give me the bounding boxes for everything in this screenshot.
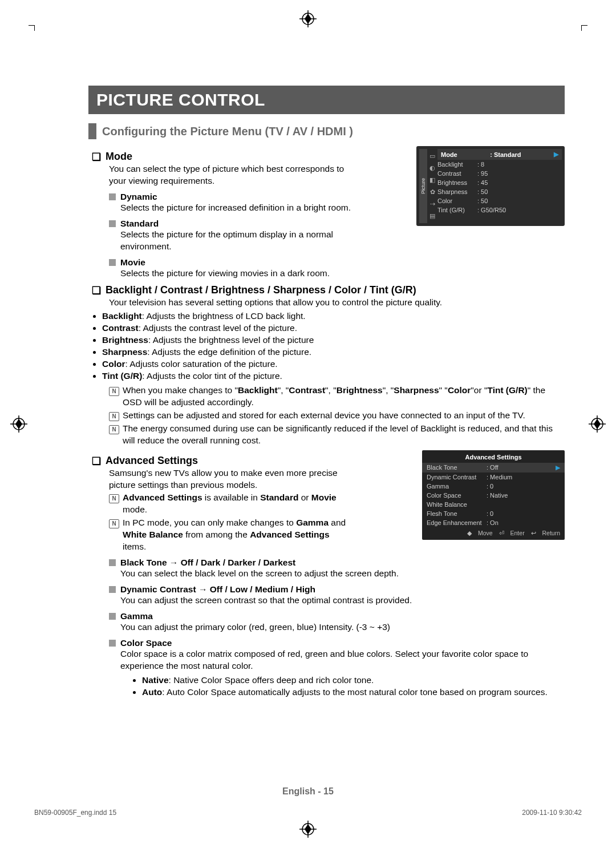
- page-footer-meta: BN59-00905F_eng.indd 15 2009-11-10 9:30:…: [34, 809, 582, 817]
- list-item: Brightness: Adjusts the brightness level…: [102, 334, 565, 346]
- osd-cell: Edge Enhancement: [427, 519, 487, 526]
- bullet-term: Native: [142, 675, 169, 685]
- list-item: Backlight: Adjusts the brightness of LCD…: [102, 310, 565, 322]
- adv-heading-text: Advanced Settings: [106, 455, 198, 467]
- osd2-row: Black Tone: Off▶: [422, 463, 565, 473]
- mode-movie-heading: Movie: [109, 257, 565, 268]
- svg-marker-7: [305, 824, 311, 834]
- bullet-desc: : Native Color Space offers deep and ric…: [169, 675, 374, 685]
- osd-cell: White Balance: [427, 501, 487, 508]
- registration-mark-left: [10, 415, 27, 433]
- bullet-term: Tint (G/R): [102, 371, 142, 381]
- cspace-heading: Color Space: [109, 638, 565, 648]
- osd-row: Sharpness: 50: [437, 187, 562, 196]
- mode-heading: ❏Mode: [92, 151, 416, 163]
- picture-icon: ▭: [429, 152, 435, 160]
- dyncon-heading: Dynamic Contrast → Off / Low / Medium / …: [109, 584, 565, 595]
- osd-cell: Sharpness: [437, 188, 477, 195]
- osd2-title: Advanced Settings: [422, 450, 565, 463]
- osd-cell: : G50/R50: [477, 207, 506, 213]
- osd-cell: Black Tone: [427, 464, 487, 471]
- bullet-term: Backlight: [102, 311, 142, 321]
- osd-cell: : 0: [487, 510, 560, 517]
- osd2-row: Flesh Tone: 0: [422, 509, 565, 518]
- osd-table: Mode : Standard ▶ Backlight: 8 Contrast:…: [437, 149, 562, 223]
- osd-cell: Dynamic Contrast: [427, 474, 487, 480]
- mode-movie-text: Selects the picture for viewing movies i…: [120, 268, 565, 280]
- osd-advanced-settings: Advanced Settings Black Tone: Off▶ Dynam…: [422, 450, 565, 540]
- blacktone-heading-text: Black Tone → Off / Dark / Darker / Darke…: [120, 558, 295, 568]
- osd-vertical-label: Picture: [419, 149, 427, 223]
- svg-marker-11: [15, 419, 22, 429]
- dyncon-text: You can adjust the screen contrast so th…: [120, 595, 565, 607]
- osd-cell: : On: [487, 519, 560, 526]
- list-item: Native: Native Color Space offers deep a…: [142, 675, 565, 687]
- enter-icon: ⏎ Enter: [499, 530, 525, 536]
- mode-dynamic-heading: Dynamic: [109, 192, 416, 202]
- list-item: Sharpness: Adjusts the edge definition o…: [102, 346, 565, 358]
- bullet-desc: : Adjusts the edge definition of the pic…: [147, 347, 311, 357]
- osd-cell: : 8: [477, 161, 484, 168]
- osd-row-mode: Mode : Standard ▶: [437, 149, 562, 160]
- adv-intro: Samsung's new TVs allow you to make even…: [109, 467, 348, 491]
- svg-marker-3: [305, 14, 311, 24]
- bullet-desc: : Adjusts the contrast level of the pict…: [139, 323, 297, 333]
- blacktone-text: You can select the black level on the sc…: [120, 568, 400, 580]
- osd2-row: Dynamic Contrast: Medium: [422, 473, 565, 482]
- mode-standard-text: Selects the picture for the optimum disp…: [120, 229, 360, 253]
- note-text: The energy consumed during use can be si…: [123, 423, 565, 447]
- osd-cell: Mode: [441, 151, 457, 158]
- osd-row: Tint (G/R): G50/R50: [437, 205, 562, 215]
- setup-icon: ✿: [430, 188, 435, 196]
- osd-picture-menu: Picture ▭ ◐ ◧ ✿ ⇢ ▤ Mode : Standard ▶: [416, 146, 565, 226]
- list-item: Tint (G/R): Adjusts the color tint of th…: [102, 370, 565, 382]
- gamma-text: You can adjust the primary color (red, g…: [120, 621, 565, 633]
- osd-cell: : Standard: [490, 151, 521, 158]
- mode-dynamic-text: Selects the picture for increased defini…: [120, 202, 371, 214]
- osd-cell: Tint (G/R): [437, 207, 477, 213]
- cspace-heading-text: Color Space: [120, 638, 172, 648]
- cspace-bullets: Native: Native Color Space offers deep a…: [132, 675, 565, 698]
- bullet-desc: : Adjusts the color tint of the picture.: [142, 371, 282, 381]
- note-row: N When you make changes to "Backlight", …: [109, 385, 565, 409]
- note-icon: N: [109, 423, 119, 447]
- bullet-term: Color: [102, 359, 125, 369]
- osd-side-icons: ▭ ◐ ◧ ✿ ⇢ ▤: [427, 149, 437, 223]
- osd-cell: : 95: [477, 170, 488, 177]
- note-icon: N: [109, 410, 119, 422]
- list-item: Color: Adjusts color saturation of the p…: [102, 358, 565, 370]
- osd-cell: : Off: [487, 464, 556, 471]
- note-row: N Advanced Settings is available in Stan…: [109, 492, 422, 516]
- osd2-row: Edge Enhancement: On: [422, 518, 565, 527]
- note-row: N In PC mode, you can only make changes …: [109, 517, 422, 553]
- gamma-heading-text: Gamma: [120, 611, 153, 621]
- osd-cell: Brightness: [437, 179, 477, 186]
- note-row: NSettings can be adjusted and stored for…: [109, 410, 565, 422]
- bullet-desc: : Adjusts color saturation of the pictur…: [125, 359, 277, 369]
- osd-row: Backlight: 8: [437, 160, 562, 169]
- osd-cell: : Medium: [487, 474, 560, 480]
- move-icon: ◆ Move: [467, 530, 493, 536]
- arrow-right-icon: ▶: [554, 151, 558, 158]
- osd2-row: Color Space: Native: [422, 491, 565, 500]
- input-icon: ⇢: [430, 200, 435, 208]
- osd-cell: Flesh Tone: [427, 510, 487, 517]
- cspace-text: Color space is a color matrix composed o…: [120, 648, 565, 672]
- mode-heading-text: Mode: [106, 151, 132, 163]
- osd-cell: Contrast: [437, 170, 477, 177]
- note-icon: N: [109, 492, 119, 516]
- params-heading: ❏Backlight / Contrast / Brightness / Sha…: [92, 284, 565, 297]
- mode-movie-heading-text: Movie: [120, 257, 145, 268]
- footer-timestamp: 2009-11-10 9:30:42: [522, 809, 582, 817]
- page-footer-center: English - 15: [0, 786, 616, 797]
- osd-row: Brightness: 45: [437, 178, 562, 187]
- footer-filename: BN59-00905F_eng.indd 15: [34, 809, 116, 817]
- params-intro: Your television has several setting opti…: [109, 297, 565, 309]
- svg-marker-15: [594, 419, 601, 429]
- note-text: Settings can be adjusted and stored for …: [123, 410, 525, 422]
- note-text: Advanced Settings is available in Standa…: [123, 492, 351, 516]
- note-icon: N: [109, 385, 119, 409]
- params-bullet-list: Backlight: Adjusts the brightness of LCD…: [92, 310, 565, 382]
- osd-cell: Color Space: [427, 492, 487, 499]
- bullet-term: Auto: [142, 687, 162, 697]
